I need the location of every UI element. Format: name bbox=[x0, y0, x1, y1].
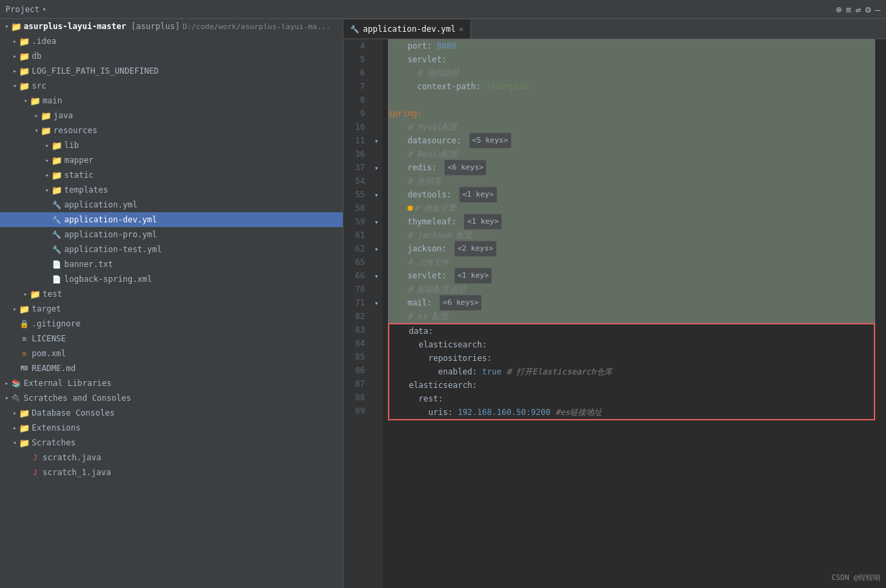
sidebar-item-lib[interactable]: 📁 lib bbox=[0, 138, 343, 153]
logback-label: logback-spring.xml bbox=[64, 274, 152, 284]
sidebar-item-resources[interactable]: 📁 resources bbox=[0, 123, 343, 138]
code-line-61: # jackson 配置 bbox=[388, 228, 875, 242]
line-num-5: 5 bbox=[343, 53, 365, 66]
lib-folder-icon: 📁 bbox=[51, 140, 62, 151]
sidebar-item-target[interactable]: 📁 target bbox=[0, 301, 343, 316]
java-folder-icon: 📁 bbox=[41, 110, 51, 121]
gutter-83 bbox=[370, 323, 383, 337]
sidebar-item-static[interactable]: 📁 static bbox=[0, 168, 343, 182]
gutter-71: ▾ bbox=[370, 296, 383, 310]
db-folder-icon: 📁 bbox=[19, 51, 30, 62]
main-label: main bbox=[43, 96, 62, 105]
line-num-88: 88 bbox=[343, 391, 365, 404]
sidebar-item-pom[interactable]: m pom.xml bbox=[0, 346, 343, 361]
sidebar-item-application-test-yml[interactable]: 🔧 application-test.yml bbox=[0, 242, 343, 257]
gutter-7 bbox=[370, 80, 383, 93]
code-line-58: # 模板引擎 bbox=[388, 201, 875, 215]
line-num-62: 62 bbox=[343, 242, 365, 255]
project-label[interactable]: Project ▾ bbox=[5, 5, 47, 14]
line-num-7: 7 bbox=[343, 80, 365, 93]
sidebar-item-java[interactable]: 📁 java bbox=[0, 108, 343, 123]
line-num-84: 84 bbox=[343, 337, 365, 350]
tree-root[interactable]: 📁 asurplus-layui-master [asurplus] D:/co… bbox=[0, 19, 343, 34]
code-editor[interactable]: 4 5 6 7 8 9 10 11 36 37 54 55 58 59 61 6… bbox=[343, 39, 886, 588]
line-num-6: 6 bbox=[343, 66, 365, 80]
sidebar-item-logback-xml[interactable]: 📄 logback-spring.xml bbox=[0, 272, 343, 287]
toolbar-icon-add[interactable]: ⊕ bbox=[836, 4, 841, 15]
code-line-10: # Mysql配置 bbox=[388, 120, 875, 134]
code-line-82: # es 配置 bbox=[388, 310, 875, 323]
line-num-8: 8 bbox=[343, 93, 365, 107]
ext-libs-label: External Libraries bbox=[24, 378, 112, 388]
templates-label: templates bbox=[64, 185, 108, 195]
sidebar-item-templates[interactable]: 📁 templates bbox=[0, 182, 343, 197]
code-line-54: # 热部署 bbox=[388, 174, 875, 188]
db-consoles-arrow bbox=[11, 410, 19, 416]
static-label: static bbox=[64, 170, 93, 180]
line-num-58: 58 bbox=[343, 201, 365, 215]
sidebar-item-main[interactable]: 📁 main bbox=[0, 93, 343, 108]
sidebar-item-db-consoles[interactable]: 📁 Database Consoles bbox=[0, 406, 343, 420]
ext-libs-icon: 📚 bbox=[11, 378, 22, 389]
gutter-59: ▾ bbox=[370, 215, 383, 228]
db-consoles-icon: 📁 bbox=[19, 408, 30, 418]
sidebar-item-application-pro-yml[interactable]: 🔧 application-pro.yml bbox=[0, 227, 343, 242]
sidebar-item-application-dev-yml[interactable]: 🔧 application-dev.yml bbox=[0, 212, 343, 227]
sidebar-item-license[interactable]: ≡ LICENSE bbox=[0, 331, 343, 346]
sidebar-item-idea[interactable]: 📁 .idea bbox=[0, 34, 343, 49]
code-line-55: devtools: <1 key> bbox=[388, 188, 875, 201]
sidebar-item-scratch-1-java[interactable]: J scratch_1.java bbox=[0, 465, 343, 480]
root-folder-icon: 📁 bbox=[11, 21, 22, 32]
target-folder-icon: 📁 bbox=[19, 303, 30, 314]
app-yml-icon: 🔧 bbox=[51, 199, 62, 210]
code-line-65: # 上传文件 bbox=[388, 255, 875, 269]
sidebar-item-scratches-folder[interactable]: 📁 Scratches bbox=[0, 435, 343, 450]
root-arrow bbox=[3, 23, 11, 30]
gutter-88 bbox=[370, 391, 383, 404]
sidebar-item-ext-libs[interactable]: 📚 External Libraries bbox=[0, 376, 343, 391]
sidebar-item-src[interactable]: 📁 src bbox=[0, 78, 343, 93]
line-num-55: 55 bbox=[343, 188, 365, 201]
gutter-37: ▾ bbox=[370, 161, 383, 174]
target-label: target bbox=[32, 304, 61, 314]
sidebar-item-banner-txt[interactable]: 📄 banner.txt bbox=[0, 257, 343, 272]
gutter-61 bbox=[370, 228, 383, 242]
line-num-70: 70 bbox=[343, 283, 365, 296]
code-line-66: servlet: <1 key> bbox=[388, 269, 875, 283]
scratches-consoles-label: Scratches and Consoles bbox=[24, 393, 131, 403]
tab-application-dev-yml[interactable]: 🔧 application-dev.yml × bbox=[343, 20, 471, 39]
sidebar-item-db[interactable]: 📁 db bbox=[0, 49, 343, 64]
sidebar-item-application-yml[interactable]: 🔧 application.yml bbox=[0, 197, 343, 212]
mapper-label: mapper bbox=[64, 155, 93, 165]
templates-arrow bbox=[43, 187, 51, 193]
tab-close-button[interactable]: × bbox=[459, 25, 464, 34]
sidebar-item-test[interactable]: 📁 test bbox=[0, 287, 343, 301]
toolbar-icon-minimize[interactable]: — bbox=[875, 4, 881, 15]
scratches-consoles-icon: 🔌 bbox=[11, 393, 22, 403]
toolbar-icon-settings[interactable]: ⚙ bbox=[865, 4, 870, 15]
java-arrow bbox=[32, 112, 41, 119]
resources-folder-icon: 📁 bbox=[41, 125, 51, 136]
line-num-86: 86 bbox=[343, 364, 365, 377]
scratches-folder-label: Scratches bbox=[32, 438, 76, 447]
toolbar-icon-sync[interactable]: ⇌ bbox=[856, 4, 861, 15]
sidebar-item-readme[interactable]: MD README.md bbox=[0, 361, 343, 376]
sidebar-item-gitignore[interactable]: 🔒 .gitignore bbox=[0, 316, 343, 331]
sidebar-item-scratches-consoles[interactable]: 🔌 Scratches and Consoles bbox=[0, 391, 343, 406]
project-dropdown-arrow[interactable]: ▾ bbox=[43, 5, 47, 13]
sidebar-item-log[interactable]: 📁 LOG_FILE_PATH_IS_UNDEFINED bbox=[0, 64, 343, 78]
sidebar-item-mapper[interactable]: 📁 mapper bbox=[0, 153, 343, 168]
scratches-consoles-arrow bbox=[3, 395, 11, 401]
sidebar-item-scratch-java[interactable]: J scratch.java bbox=[0, 450, 343, 465]
scratches-folder-arrow bbox=[11, 439, 19, 446]
code-line-5: servlet: bbox=[388, 53, 875, 66]
sidebar-item-extensions[interactable]: 📁 Extensions bbox=[0, 420, 343, 435]
line-num-37: 37 bbox=[343, 161, 365, 174]
gutter-5 bbox=[370, 53, 383, 66]
pom-icon: m bbox=[19, 348, 30, 359]
log-folder-icon: 📁 bbox=[19, 66, 30, 76]
gitignore-icon: 🔒 bbox=[19, 318, 30, 329]
toolbar-icon-list[interactable]: ≡ bbox=[845, 4, 851, 15]
gutter-70 bbox=[370, 283, 383, 296]
license-icon: ≡ bbox=[19, 333, 30, 344]
